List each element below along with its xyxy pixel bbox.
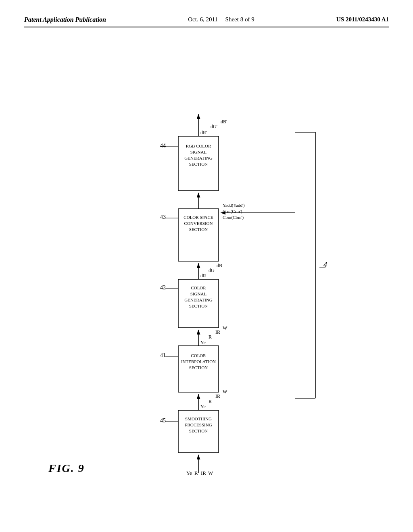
publication-title: Patent Application Publication [24,16,106,23]
svg-text:Ye: Ye [186,470,192,476]
label-41: 41 [160,352,166,358]
svg-text:dB': dB' [221,119,227,125]
svg-text:W: W [223,325,227,331]
figure-label: FIG. 9 [48,462,85,475]
svg-text:dB: dB [217,263,222,268]
svg-text:dG: dG [209,268,215,273]
sheet-info: Sheet 8 of 9 [225,16,254,23]
svg-text:R: R [209,334,212,340]
label-42: 42 [160,285,166,291]
svg-text:Cbm(Cbm'): Cbm(Cbm') [223,215,244,220]
svg-text:Ye: Ye [200,340,206,345]
block-4-label: 4 [323,261,327,269]
svg-text:SECTION: SECTION [189,227,208,232]
svg-text:SMOOTHING: SMOOTHING [185,416,212,421]
svg-text:COLOR: COLOR [191,285,206,290]
svg-text:IR: IR [215,393,220,399]
svg-text:SECTION: SECTION [189,303,208,308]
svg-text:dR': dR' [200,130,207,135]
patent-page: Patent Application Publication Oct. 6, 2… [0,0,413,532]
svg-text:SIGNAL: SIGNAL [190,150,207,154]
diagram-area: 4 Ye R IR W SMOOTHING PROCESSING SECTION… [24,39,389,491]
svg-text:GENERATING: GENERATING [184,297,213,302]
svg-text:W: W [223,389,227,395]
svg-text:R: R [209,399,212,404]
svg-text:R: R [194,470,198,476]
svg-text:dG': dG' [211,124,217,129]
svg-text:Ye: Ye [200,404,206,409]
svg-text:Crm(Crm'): Crm(Crm') [223,209,242,214]
svg-text:COLOR: COLOR [191,353,206,358]
svg-text:SECTION: SECTION [189,365,208,370]
svg-text:SECTION: SECTION [189,162,208,166]
block-diagram-svg: 4 Ye R IR W SMOOTHING PROCESSING SECTION… [65,48,348,491]
svg-text:COLOR SPACE: COLOR SPACE [184,215,213,220]
label-43: 43 [160,214,166,220]
svg-text:GENERATING: GENERATING [184,156,213,160]
header-center: Oct. 6, 2011 Sheet 8 of 9 [188,16,254,23]
label-45: 45 [160,418,166,424]
svg-text:IR: IR [201,470,206,476]
svg-text:dR: dR [200,273,206,278]
svg-text:SECTION: SECTION [189,428,208,433]
publication-date: Oct. 6, 2011 [188,16,218,23]
svg-text:PROCESSING: PROCESSING [185,422,212,427]
svg-text:IR: IR [215,329,220,335]
svg-text:SIGNAL: SIGNAL [190,291,207,296]
svg-text:Yadd(Yadd'): Yadd(Yadd') [223,203,245,208]
page-header: Patent Application Publication Oct. 6, 2… [24,16,389,27]
svg-text:RGB COLOR: RGB COLOR [186,143,211,148]
svg-text:W: W [208,470,213,476]
patent-number: US 2011/0243430 A1 [336,16,389,23]
svg-text:CONVERSION: CONVERSION [184,221,213,226]
svg-text:INTERPOLATION: INTERPOLATION [181,359,216,364]
label-44: 44 [160,143,166,149]
